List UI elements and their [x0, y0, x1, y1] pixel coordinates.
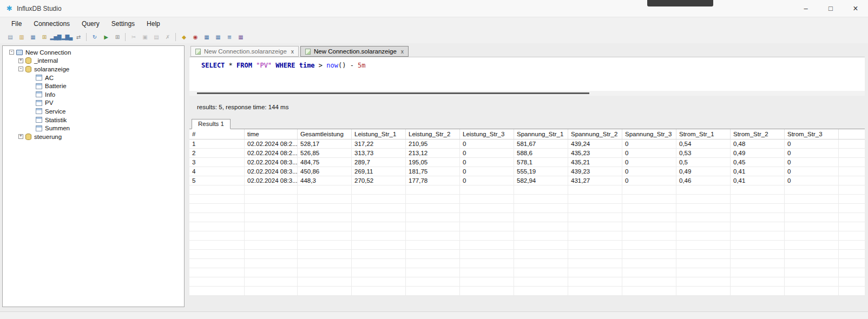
- maximize-button[interactable]: □: [818, 0, 843, 17]
- new-tab-icon[interactable]: ⊞: [111, 32, 123, 42]
- tree-node-batterie[interactable]: Batterie: [3, 82, 184, 90]
- menu-settings[interactable]: Settings: [106, 18, 141, 29]
- cell: [731, 277, 785, 286]
- cell: 177,78: [406, 176, 460, 185]
- tree-node-internal[interactable]: +_internal: [3, 57, 184, 65]
- chart-icon[interactable]: ▂▅▇: [50, 32, 61, 42]
- expander-icon[interactable]: -: [18, 67, 23, 71]
- cell: 02.02.2024 08:3...: [245, 167, 298, 176]
- expander-icon[interactable]: -: [9, 50, 14, 55]
- column-header-spannung-str-2[interactable]: Spannung_Str_2: [568, 129, 622, 139]
- export-grid-icon[interactable]: ▦: [235, 32, 246, 42]
- cell: [676, 185, 731, 194]
- user-icon[interactable]: ◉: [189, 32, 201, 42]
- tree-node-pv[interactable]: PV: [3, 99, 184, 108]
- minimize-button[interactable]: –: [793, 0, 818, 17]
- expander-icon[interactable]: +: [18, 58, 23, 63]
- cell: [460, 268, 514, 277]
- token-icon[interactable]: ◆: [178, 32, 189, 42]
- menu-query[interactable]: Query: [76, 18, 106, 29]
- editor-tab-2[interactable]: New Connection.solaranzeigex: [300, 46, 409, 57]
- editor-tab-strip: New Connection.solaranzeigexNew Connecti…: [189, 45, 865, 57]
- run-query-icon[interactable]: ▶: [100, 32, 111, 42]
- table-row[interactable]: 202.02.2024 08:2...526,85313,73213,12058…: [189, 149, 865, 158]
- tree-node-steuerung[interactable]: +steuerung: [3, 132, 184, 141]
- open-script-icon[interactable]: ▥: [16, 32, 27, 42]
- tree-node-label: solaranzeige: [34, 66, 69, 72]
- column-header-spannung-str-3[interactable]: Spannung_Str_3: [622, 129, 676, 139]
- cell: [460, 185, 514, 194]
- column-header-strom-str-2[interactable]: Strom_Str_2: [731, 129, 785, 139]
- tree-node-solaranzeige[interactable]: -solaranzeige: [3, 65, 184, 74]
- tree-node-label: Info: [45, 91, 55, 98]
- menu-help[interactable]: Help: [141, 18, 166, 29]
- results-tab[interactable]: Results 1: [192, 119, 231, 129]
- close-tab-icon[interactable]: x: [401, 48, 404, 55]
- table-row[interactable]: 302.02.2024 08:3...484,75289,7195,050578…: [189, 158, 865, 167]
- cell: [568, 250, 622, 258]
- column-header-spannung-str-1[interactable]: Spannung_Str_1: [514, 129, 568, 139]
- query-editor[interactable]: SELECT * FROM "PV" WHERE time > now() - …: [189, 57, 865, 96]
- table-row[interactable]: 402.02.2024 08:3...450,86269,11181,75055…: [189, 167, 865, 176]
- column-header-leistung-str-2[interactable]: Leistung_Str_2: [406, 129, 460, 139]
- scrollbar-thumb[interactable]: [197, 92, 589, 94]
- cell: 1: [189, 139, 245, 148]
- cell: [785, 204, 839, 212]
- column-header-leistung-str-3[interactable]: Leistung_Str_3: [460, 129, 514, 139]
- column-header-[interactable]: #: [189, 129, 245, 139]
- copy-icon: ▣: [139, 32, 150, 42]
- table-row[interactable]: 102.02.2024 08:2...528,17317,22210,95058…: [189, 139, 865, 149]
- editor-hscrollbar[interactable]: [189, 91, 865, 96]
- tree-node-info[interactable]: Info: [3, 90, 184, 99]
- cell: [406, 287, 460, 295]
- database-add-icon[interactable]: ⊞: [38, 32, 50, 42]
- cell: 02.02.2024 08:2...: [245, 149, 298, 157]
- cell: [352, 250, 406, 258]
- export-icon[interactable]: ⇄: [73, 32, 84, 42]
- tree-node-statistik[interactable]: Statistik: [3, 116, 184, 124]
- empty-row: [189, 241, 865, 250]
- table-row[interactable]: 502.02.2024 08:3...448,3270,52177,780582…: [189, 176, 865, 185]
- cell: [406, 185, 460, 194]
- new-script-icon[interactable]: ▤: [4, 32, 16, 42]
- empty-row: [189, 250, 865, 259]
- column-header-time[interactable]: time: [245, 129, 298, 139]
- grid-view-icon[interactable]: ▦: [212, 32, 223, 42]
- save-script-icon[interactable]: ▦: [27, 32, 38, 42]
- cell: [622, 222, 676, 231]
- close-tab-icon[interactable]: x: [291, 48, 294, 55]
- column-header-strom-str-1[interactable]: Strom_Str_1: [676, 129, 731, 139]
- cell: 270,52: [352, 176, 406, 185]
- stats-icon[interactable]: ▂▇▄: [61, 32, 73, 42]
- tree-node-service[interactable]: Service: [3, 107, 184, 116]
- query-token: >: [315, 62, 327, 69]
- expander-icon[interactable]: +: [18, 134, 23, 139]
- tree-node-summen[interactable]: Summen: [3, 124, 184, 132]
- cell: [514, 222, 568, 231]
- query-token: 5m: [358, 62, 365, 69]
- column-header-strom-str-3[interactable]: Strom_Str_3: [785, 129, 839, 139]
- cell: [514, 213, 568, 222]
- menu-file[interactable]: File: [5, 18, 28, 29]
- editor-tab-1[interactable]: New Connection.solaranzeigex: [190, 46, 299, 57]
- menu-connections[interactable]: Connections: [28, 18, 76, 29]
- refresh-icon[interactable]: ↻: [89, 32, 100, 42]
- cell: 289,7: [352, 158, 406, 167]
- cell: 0: [785, 176, 839, 185]
- tree-node-new-connection[interactable]: -New Connection: [3, 48, 184, 57]
- cell: [352, 287, 406, 295]
- connection-tree: -New Connection+_internal-solaranzeigeAC…: [2, 45, 185, 307]
- tree-node-ac[interactable]: AC: [3, 74, 184, 82]
- query-token: (): [338, 62, 346, 69]
- document-icon: [195, 49, 201, 55]
- close-button[interactable]: ×: [843, 0, 868, 17]
- table-view-icon[interactable]: ▦: [201, 32, 212, 42]
- column-header-gesamtleistung[interactable]: Gesamtleistung: [298, 129, 352, 139]
- cell: 448,3: [298, 176, 352, 185]
- column-header-leistung-str-1[interactable]: Leistung_Str_1: [352, 129, 406, 139]
- cell: [406, 222, 460, 231]
- cell: [785, 241, 839, 249]
- details-view-icon[interactable]: ≣: [223, 32, 235, 42]
- toolbar-separator: [175, 33, 176, 41]
- cell: [406, 259, 460, 268]
